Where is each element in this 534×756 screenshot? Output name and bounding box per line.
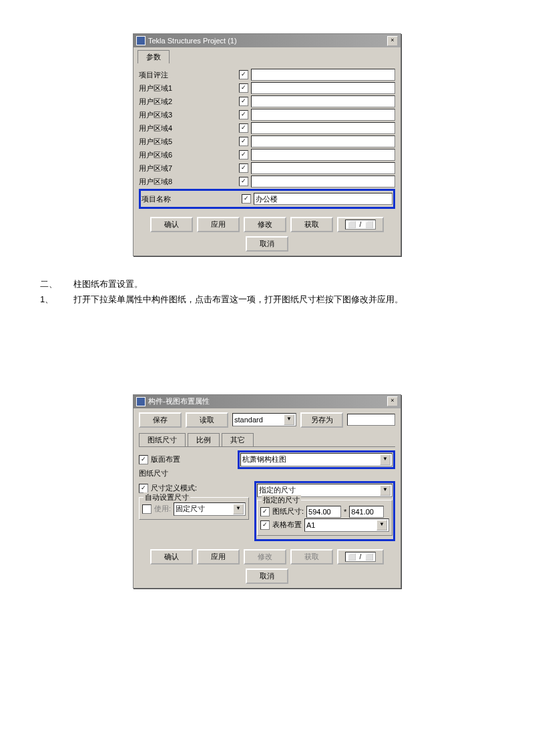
field-row: 用户区域6✓ xyxy=(139,149,395,161)
checkbox[interactable]: ✓ xyxy=(239,150,248,159)
table-label: 表格布置 xyxy=(272,520,302,530)
tab-content: ✓ 版面布置 杭萧钢构柱图▼ 图纸尺寸 ✓ 尺寸定义模式: 自动设置尺寸 使用:… xyxy=(139,447,395,541)
cancel-button[interactable]: 取消 xyxy=(246,236,288,252)
ok-button[interactable]: 确认 xyxy=(150,217,193,232)
group-label: 自动设置尺寸 xyxy=(144,492,190,502)
tab-params[interactable]: 参数 xyxy=(138,50,170,63)
text-input[interactable] xyxy=(251,69,395,81)
chevron-down-icon: ▼ xyxy=(380,454,390,465)
text-input[interactable] xyxy=(251,149,395,161)
apply-button[interactable]: 应用 xyxy=(197,549,240,564)
field-label: 用户区域3 xyxy=(139,110,239,120)
text-input[interactable] xyxy=(251,82,395,94)
layout-dialog: 构件-视图布置属性 × 保存 读取 standard▼ 另存为 图纸尺寸 比例 … xyxy=(133,394,401,589)
chevron-down-icon: ▼ xyxy=(376,520,387,530)
chevron-down-icon: ▼ xyxy=(233,504,244,514)
tab-strip: 图纸尺寸 比例 其它 xyxy=(139,433,395,447)
step-number: 1、 xyxy=(40,292,73,307)
text-input[interactable] xyxy=(251,109,395,121)
get-button[interactable]: 获取 xyxy=(290,217,333,232)
checkbox[interactable]: ✓ xyxy=(139,484,148,493)
saveas-input[interactable] xyxy=(347,414,395,426)
layout-label: 版面布置 xyxy=(151,454,238,464)
checkbox[interactable]: ✓ xyxy=(260,520,270,530)
project-name-input[interactable]: 办公楼 xyxy=(254,193,392,205)
height-input[interactable]: 841.00 xyxy=(349,506,384,518)
auto-group: 自动设置尺寸 使用: 固定尺寸▼ xyxy=(139,497,249,520)
field-row: 用户区域7✓ xyxy=(139,162,395,174)
ok-button[interactable]: 确认 xyxy=(150,549,193,564)
cancel-button[interactable]: 取消 xyxy=(246,569,288,584)
tab-other[interactable]: 其它 xyxy=(222,433,254,446)
field-label: 用户区域5 xyxy=(139,137,239,147)
checkbox[interactable] xyxy=(142,504,152,514)
checkbox[interactable]: ✓ xyxy=(239,137,248,146)
checkbox[interactable]: ✓ xyxy=(239,83,248,93)
get-button[interactable]: 获取 xyxy=(290,549,333,564)
checkbox[interactable]: ✓ xyxy=(242,194,251,204)
layout-row: ✓ 版面布置 杭萧钢构柱图▼ xyxy=(139,454,395,466)
highlight-box: 指定的尺寸▼ 指定的尺寸 ✓ 图纸尺寸: 594.00 * 841.00 ✓ 表… xyxy=(254,481,395,541)
text-input[interactable] xyxy=(251,122,395,134)
text-input[interactable] xyxy=(251,95,395,107)
modify-button[interactable]: 修改 xyxy=(244,217,286,232)
chevron-down-icon: ▼ xyxy=(380,485,390,496)
tab-size[interactable]: 图纸尺寸 xyxy=(139,433,186,446)
field-label: 用户区域4 xyxy=(139,123,239,133)
project-dialog: Tekla Structures Project (1) × 参数 项目评注✓ … xyxy=(133,33,401,256)
app-icon xyxy=(136,36,146,45)
window-title: 构件-视图布置属性 xyxy=(148,396,210,406)
modify-button[interactable]: 修改 xyxy=(244,549,286,564)
width-input[interactable]: 594.00 xyxy=(306,506,341,518)
step-text: 打开下拉菜单属性中构件图纸，点击布置这一项，打开图纸尺寸栏按下图修改并应用。 xyxy=(73,294,403,304)
tab-strip: 参数 xyxy=(134,47,400,63)
saveas-button[interactable]: 另存为 xyxy=(300,412,343,428)
field-label: 用户区域6 xyxy=(139,150,239,160)
button-row: 确认 应用 修改 获取 ⬜/⬜ 取消 xyxy=(134,213,400,256)
dialog-body: 项目评注✓ 用户区域1✓ 用户区域2✓ 用户区域3✓ 用户区域4✓ 用户区域5✓… xyxy=(134,63,400,213)
field-label: 项目评注 xyxy=(139,70,239,80)
checkbox[interactable]: ✓ xyxy=(239,123,248,133)
heading-text: 柱图纸布置设置。 xyxy=(73,279,143,289)
app-icon xyxy=(136,397,146,406)
field-row: 用户区域4✓ xyxy=(139,122,395,134)
save-button[interactable]: 保存 xyxy=(139,412,182,428)
layout-combo[interactable]: 杭萧钢构柱图▼ xyxy=(240,453,392,466)
field-label: 用户区域2 xyxy=(139,97,239,107)
field-label: 用户区域8 xyxy=(139,177,239,187)
close-icon[interactable]: × xyxy=(387,396,398,406)
checkbox[interactable]: ✓ xyxy=(239,177,248,186)
toggle-button[interactable]: ⬜/⬜ xyxy=(337,549,384,564)
field-label: 用户区域1 xyxy=(139,83,239,93)
autosize-combo[interactable]: 固定尺寸▼ xyxy=(174,502,246,516)
checkbox[interactable]: ✓ xyxy=(239,97,248,106)
checkbox[interactable]: ✓ xyxy=(260,507,270,516)
dialog-body: 保存 读取 standard▼ 另存为 图纸尺寸 比例 其它 ✓ 版面布置 杭萧… xyxy=(134,408,400,545)
group-label: 指定的尺寸 xyxy=(262,495,301,505)
button-row: 确认 应用 修改 获取 ⬜/⬜ 取消 xyxy=(134,545,400,588)
field-row: 用户区域5✓ xyxy=(139,135,395,147)
checkbox[interactable]: ✓ xyxy=(239,163,248,173)
separator: * xyxy=(344,508,346,516)
chevron-down-icon: ▼ xyxy=(284,414,294,425)
text-input[interactable] xyxy=(251,135,395,147)
table-combo[interactable]: A1▼ xyxy=(304,518,389,532)
field-row: 用户区域3✓ xyxy=(139,109,395,121)
checkbox[interactable]: ✓ xyxy=(239,110,248,119)
close-icon[interactable]: × xyxy=(387,36,398,46)
preset-combo[interactable]: standard▼ xyxy=(232,413,296,426)
use-label: 使用: xyxy=(154,504,171,514)
window-title: Tekla Structures Project (1) xyxy=(148,37,237,45)
checkbox[interactable]: ✓ xyxy=(139,455,148,464)
toggle-button[interactable]: ⬜/⬜ xyxy=(337,217,384,232)
section-label: 图纸尺寸 xyxy=(139,468,395,478)
doc-text: 二、柱图纸布置设置。 1、打开下拉菜单属性中构件图纸，点击布置这一项，打开图纸尺… xyxy=(40,276,494,308)
size-area: ✓ 尺寸定义模式: 自动设置尺寸 使用: 固定尺寸▼ 指定的尺寸▼ 指定的尺寸 … xyxy=(139,481,395,541)
checkbox[interactable]: ✓ xyxy=(239,70,248,79)
text-input[interactable] xyxy=(251,175,395,187)
text-input[interactable] xyxy=(251,162,395,174)
tab-scale[interactable]: 比例 xyxy=(188,433,220,446)
field-row: 用户区域8✓ xyxy=(139,175,395,187)
apply-button[interactable]: 应用 xyxy=(197,217,240,232)
load-button[interactable]: 读取 xyxy=(186,412,228,428)
